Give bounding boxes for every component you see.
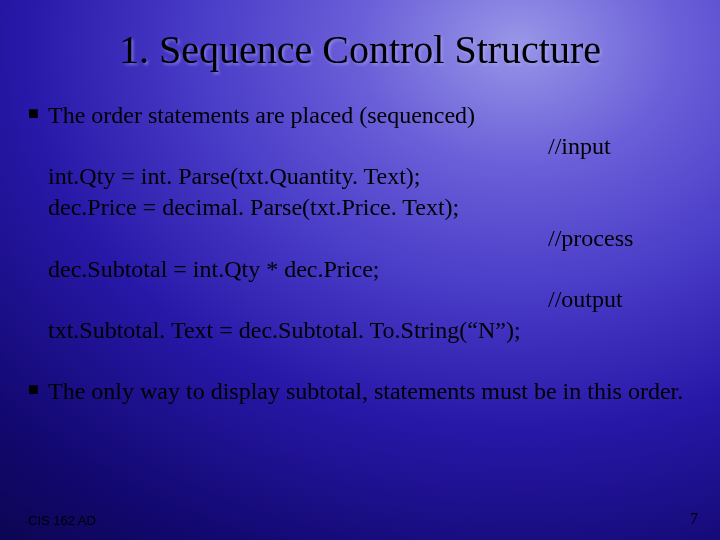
spacer — [28, 346, 700, 376]
slide-body: ■ The order statements are placed (seque… — [28, 100, 700, 406]
code-comment-input: //input — [48, 131, 700, 162]
footer-course: CIS 162 AD — [28, 513, 96, 528]
code-line: txt.Subtotal. Text = dec.Subtotal. To.St… — [48, 315, 700, 346]
code-comment-process: //process — [48, 223, 700, 254]
bullet-text: The only way to display subtotal, statem… — [48, 376, 700, 407]
code-line: dec.Price = decimal. Parse(txt.Price. Te… — [48, 192, 700, 223]
code-line: int.Qty = int. Parse(txt.Quantity. Text)… — [48, 161, 700, 192]
slide-title: 1. Sequence Control Structure — [0, 26, 720, 73]
code-line: dec.Subtotal = int.Qty * dec.Price; — [48, 254, 700, 285]
bullet-item: ■ The only way to display subtotal, stat… — [28, 376, 700, 407]
bullet-square-icon: ■ — [28, 100, 48, 128]
code-comment-output: //output — [48, 284, 700, 315]
footer-page-number: 7 — [690, 510, 698, 528]
bullet-item: ■ The order statements are placed (seque… — [28, 100, 700, 131]
bullet-text: The order statements are placed (sequenc… — [48, 100, 700, 131]
bullet-square-icon: ■ — [28, 376, 48, 404]
slide: 1. Sequence Control Structure ■ The orde… — [0, 0, 720, 540]
